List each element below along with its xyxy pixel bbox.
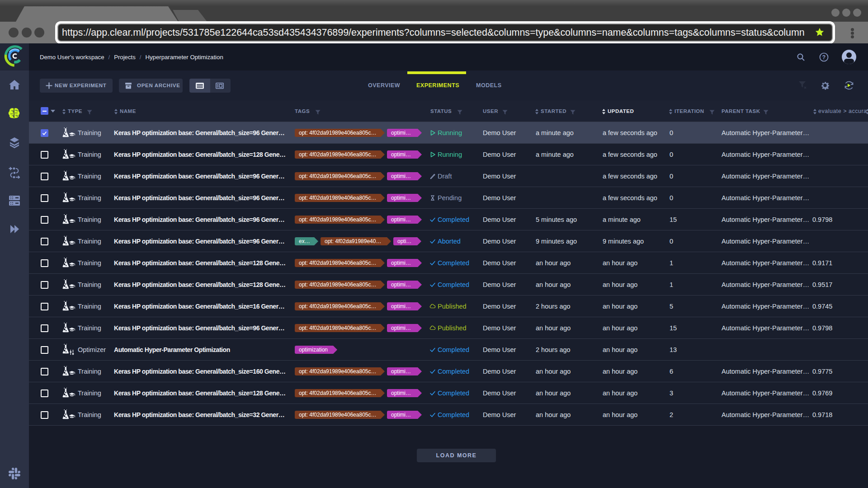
svg-text:?: ? <box>822 54 826 61</box>
